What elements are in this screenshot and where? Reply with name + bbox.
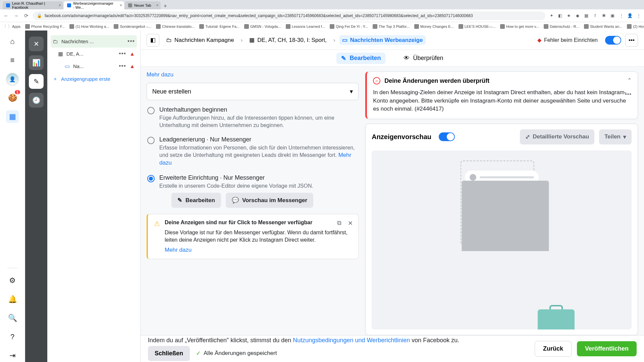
bookmark[interactable]: How to get more v... xyxy=(500,24,539,29)
search-icon[interactable]: 🔍 xyxy=(6,312,19,324)
radio-icon[interactable] xyxy=(147,175,155,182)
radio-option-leadgen[interactable]: Leadgenerierung · Nur Messenger Erfasse … xyxy=(147,136,358,167)
more-icon[interactable]: ••• xyxy=(625,91,632,97)
ext-icon[interactable]: f xyxy=(592,13,598,18)
tab-review[interactable]: 👁Überprüfen xyxy=(399,53,448,64)
bookmark[interactable]: (1) How Working a... xyxy=(69,24,109,29)
radio-icon[interactable] xyxy=(147,107,155,114)
share-button[interactable]: Teilen▾ xyxy=(599,129,632,144)
ext-icon[interactable]: ▦ xyxy=(584,13,589,18)
browser-tab-active[interactable]: Werbeanzeigenmanager - We...× xyxy=(64,1,124,9)
more-link[interactable]: Mehr dazu xyxy=(147,71,359,78)
menu-icon[interactable]: ≡ xyxy=(6,54,19,67)
pencil-icon[interactable]: ✎ xyxy=(29,74,44,89)
template-select[interactable]: Neue erstellen ▾ xyxy=(147,83,359,100)
home-icon[interactable]: ⌂ xyxy=(6,35,19,48)
close-icon[interactable]: × xyxy=(59,3,61,8)
tree-adset[interactable]: ▦ DE, A... ••• ▲ xyxy=(51,48,137,60)
bookmark[interactable]: LEE'S HOUSE—... xyxy=(459,24,496,29)
more-icon[interactable]: ••• xyxy=(625,34,638,47)
close-button[interactable]: Schließen xyxy=(148,346,190,361)
browser-tab[interactable]: Leon R. Chaudhari | Facebook× xyxy=(3,1,63,9)
chevron-right-icon: › xyxy=(241,37,243,44)
crumb-campaign[interactable]: 🗀Nachrichten Kampagne xyxy=(163,36,237,45)
tab-edit[interactable]: ✎Bearbeiten xyxy=(336,53,385,64)
add-adgroup-button[interactable]: ＋ Anzeigengruppe erste xyxy=(51,72,137,85)
bookmark[interactable]: Lessons Learned f... xyxy=(286,24,325,29)
crumb-adset[interactable]: ▦DE, AT, CH, 18-30, I: Sport, xyxy=(247,35,329,45)
preview-messenger-button[interactable]: 💬Vorschau im Messenger xyxy=(226,193,313,208)
detailed-preview-button[interactable]: ⤢Detaillierte Vorschau xyxy=(520,129,594,144)
radio-option-start-conv[interactable]: Unterhaltungen beginnen Füge Aufforderun… xyxy=(147,106,358,129)
publish-button[interactable]: Veröffentlichen xyxy=(577,341,637,356)
crumb-ad[interactable]: ▭Nachrichten Werbeanzeige xyxy=(339,35,426,45)
close-icon[interactable]: ✕ xyxy=(348,220,353,227)
eye-icon: 👁 xyxy=(404,55,410,62)
back-button[interactable]: Zurück xyxy=(535,341,572,357)
ext-icon[interactable]: ▣ xyxy=(610,13,615,18)
browser-chrome: Leon R. Chaudhari | Facebook× Werbeanzei… xyxy=(0,0,644,22)
gear-icon[interactable]: ⚙ xyxy=(6,274,19,287)
menu-icon[interactable]: ⋮ xyxy=(636,13,641,18)
terms-link[interactable]: Nutzungsbedingungen und Werberichtlinien xyxy=(293,337,410,344)
chart-icon[interactable]: 📊 xyxy=(29,55,44,70)
left-rail: ⌂ ≡ 👤 🍪1 ▦ ⚙ 🔔 🔍 ? ⇥ xyxy=(0,31,25,362)
ext-icon[interactable]: ◧ xyxy=(557,13,563,18)
tree-campaign[interactable]: 🗀 Nachrichten ... ••• xyxy=(51,35,137,48)
bell-icon[interactable]: 🔔 xyxy=(6,293,19,306)
new-tab-button[interactable]: + xyxy=(161,3,169,9)
bookmark[interactable]: Chinese translatio... xyxy=(156,24,195,29)
bookmark[interactable]: Tutorial: Eigene Fa... xyxy=(199,24,239,29)
preview-canvas xyxy=(372,150,632,329)
bookmark[interactable]: The Top 3 Platfor... xyxy=(373,24,410,29)
footer: Indem du auf „Veröffentlichen" klickst, … xyxy=(141,335,644,362)
bookmark[interactable]: Qing Fei De Yi - Y... xyxy=(330,24,368,29)
cookie-icon[interactable]: 🍪1 xyxy=(6,92,19,104)
bookmark[interactable]: Datenschutz - R... xyxy=(544,24,579,29)
bookmark[interactable]: (2) How To Add A... xyxy=(627,24,644,29)
panel-icon[interactable]: ◧ xyxy=(147,34,159,47)
close-icon[interactable]: × xyxy=(120,3,122,8)
feedback-icon[interactable]: ⧉ xyxy=(337,220,341,227)
ext-icon[interactable]: ✦ xyxy=(549,13,554,18)
help-icon[interactable]: ? xyxy=(6,330,19,343)
ext-icon[interactable]: ✱ xyxy=(601,13,606,18)
tree-ad[interactable]: ▭ Na... ••• ▲ xyxy=(51,60,137,72)
close-icon[interactable]: ✕ xyxy=(29,37,44,51)
grid-icon: ▦ xyxy=(249,37,255,44)
grid-icon[interactable]: ▦ xyxy=(6,110,19,123)
chevron-down-icon: ▾ xyxy=(623,133,626,140)
avatar-icon[interactable]: 👤 xyxy=(627,13,633,18)
collapse-icon[interactable]: ⇥ xyxy=(6,349,19,362)
active-toggle[interactable] xyxy=(605,36,621,45)
apps-button[interactable]: ⋮⋮ Apps xyxy=(3,24,20,28)
ext-icon[interactable]: ⋮ xyxy=(619,13,624,18)
radio-option-advanced[interactable]: Erweiterte Einrichtung · Nur Messenger E… xyxy=(147,174,358,208)
more-icon[interactable]: ••• xyxy=(127,38,135,45)
radio-icon[interactable] xyxy=(147,137,155,144)
bookmark[interactable]: GMSN - Vologda... xyxy=(244,24,281,29)
check-icon: ✓ xyxy=(196,350,201,357)
ext-icon[interactable]: ★ xyxy=(566,13,572,18)
reload-icon[interactable]: ⟳ xyxy=(23,13,30,19)
bookmark[interactable]: Money Changes E... xyxy=(414,24,454,29)
lock-icon: 🔒 xyxy=(37,13,42,18)
bookmark[interactable]: Sonderangebot –... xyxy=(114,24,151,29)
edit-button[interactable]: ✎Bearbeiten xyxy=(171,193,221,208)
back-icon[interactable]: ← xyxy=(3,13,9,18)
preview-card: Anzeigenvorschau ⤢Detaillierte Vorschau … xyxy=(365,124,638,335)
bookmark[interactable]: Student Wants an... xyxy=(584,24,622,29)
url-input[interactable]: 🔒facebook.com/adsmanager/manage/ads/edit… xyxy=(33,11,545,20)
more-icon[interactable]: ••• xyxy=(119,63,126,70)
clock-icon[interactable]: 🕘 xyxy=(29,93,44,108)
forward-icon[interactable]: → xyxy=(13,13,19,18)
browser-tab[interactable]: Neuer Tab× xyxy=(125,1,161,9)
preview-toggle[interactable] xyxy=(439,132,455,141)
bookmark[interactable]: Phone Recycling F... xyxy=(25,24,65,29)
close-icon[interactable]: × xyxy=(156,3,159,8)
ext-icon[interactable]: ◆ xyxy=(575,13,580,18)
more-icon[interactable]: ••• xyxy=(119,50,126,57)
chevron-up-icon[interactable]: ⌃ xyxy=(627,77,632,83)
more-link[interactable]: Mehr dazu xyxy=(165,247,352,253)
avatar[interactable]: 👤 xyxy=(6,73,19,85)
